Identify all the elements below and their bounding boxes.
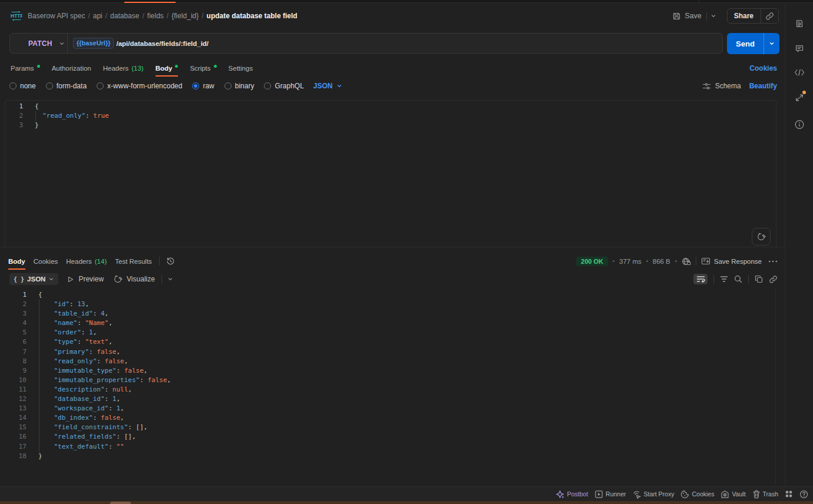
request-tab-scripts[interactable]: Scripts xyxy=(190,59,216,77)
code-line[interactable]: 12 "database_id": 1, xyxy=(0,394,775,404)
url-input[interactable]: {{baseUrl}} /api/database/fields/:field_… xyxy=(68,38,209,49)
statusbar-postbot[interactable]: Postbot xyxy=(556,490,588,499)
response-tab-cookies[interactable]: Cookies xyxy=(34,253,58,270)
beautify-link[interactable]: Beautify xyxy=(749,82,777,90)
code-line[interactable]: 1{ xyxy=(5,102,776,111)
code-line[interactable]: 8 "read_only": false, xyxy=(0,357,775,366)
request-tab-headers[interactable]: Headers(13) xyxy=(103,59,144,77)
format-options-button[interactable] xyxy=(167,276,173,282)
response-history-button[interactable] xyxy=(166,257,175,266)
body-type-none[interactable]: none xyxy=(9,82,36,90)
code-line[interactable]: 17 "text_default": "" xyxy=(0,442,775,452)
request-response-divider[interactable] xyxy=(0,247,785,247)
environment-variable-chip[interactable]: {{baseUrl}} xyxy=(73,38,114,49)
statusbar-runner[interactable]: Runner xyxy=(594,490,626,499)
code-line[interactable]: 13 "workspace_id": 1, xyxy=(0,404,775,413)
status-badge[interactable]: 200 OK xyxy=(576,257,608,266)
code-line[interactable]: 2 "read_only": true xyxy=(5,111,776,121)
comments-sidebar-button[interactable] xyxy=(795,44,804,53)
code-sidebar-button[interactable] xyxy=(794,69,805,76)
response-scrollbar-track[interactable] xyxy=(775,289,776,485)
cookies-link[interactable]: Cookies xyxy=(749,59,777,77)
code-line[interactable]: 2 "id": 13, xyxy=(0,300,775,309)
response-time[interactable]: 377 ms xyxy=(619,258,642,265)
send-button[interactable]: Send xyxy=(727,33,764,54)
copy-link-button[interactable] xyxy=(761,12,778,21)
code-line[interactable]: 3} xyxy=(5,121,776,130)
request-tab-params[interactable]: Params xyxy=(11,59,40,77)
code-line[interactable]: 5 "order": 1, xyxy=(0,328,775,337)
statusbar-cookies[interactable]: Cookies xyxy=(680,490,714,499)
code-line[interactable]: 7 "primary": false, xyxy=(0,347,775,357)
statusbar-vault[interactable]: Vault xyxy=(721,490,745,499)
code-line[interactable]: 14 "db_index": false, xyxy=(0,413,775,423)
code-text: "database_id": 1, xyxy=(38,394,120,404)
line-number: 1 xyxy=(5,102,23,111)
request-tab-settings[interactable]: Settings xyxy=(229,59,253,77)
response-tab-body[interactable]: Body xyxy=(8,253,25,270)
body-language-select[interactable]: JSON xyxy=(313,82,342,90)
preview-button[interactable]: Preview xyxy=(67,275,104,283)
breadcrumb-folder[interactable]: {field_id} xyxy=(171,12,199,20)
code-line[interactable]: 4 "name": "Name", xyxy=(0,319,775,328)
info-sidebar-button[interactable] xyxy=(794,120,804,130)
pull-requests-sidebar-button[interactable] xyxy=(795,93,804,102)
code-line[interactable]: 1{ xyxy=(0,290,775,300)
network-info-button[interactable] xyxy=(682,257,691,266)
sliders-icon xyxy=(702,82,711,90)
code-line[interactable]: 9 "immutable_type": false, xyxy=(0,366,775,376)
code-line[interactable]: 10 "immutable_properties": false, xyxy=(0,376,775,385)
code-text: { xyxy=(35,102,39,111)
breadcrumb-folder[interactable]: api xyxy=(93,12,103,20)
code-line[interactable]: 18} xyxy=(0,452,775,461)
code-line[interactable]: 16 "related_fields": [], xyxy=(0,432,775,442)
toolbar-divider xyxy=(161,275,162,283)
save-response-button[interactable]: Save Response xyxy=(701,257,762,265)
response-size[interactable]: 866 B xyxy=(653,258,670,265)
code-line[interactable]: 3 "table_id": 4, xyxy=(0,309,775,319)
code-line[interactable]: 11 "description": null, xyxy=(0,385,775,394)
body-type-raw[interactable]: raw xyxy=(192,82,214,90)
tab-modified-dot xyxy=(175,65,178,68)
share-button[interactable]: Share xyxy=(728,12,761,20)
link-button[interactable] xyxy=(769,275,778,284)
body-type-graphql[interactable]: GraphQL xyxy=(264,82,303,90)
request-tab-body[interactable]: Body xyxy=(156,59,179,77)
response-body-viewer[interactable]: 1{2 "id": 13,3 "table_id": 4,4 "name": "… xyxy=(0,288,775,487)
link-icon xyxy=(765,12,774,21)
body-type-form-data[interactable]: form-data xyxy=(46,82,87,90)
active-tab-indicator xyxy=(124,2,176,3)
breadcrumb-folder[interactable]: fields xyxy=(147,12,164,20)
response-more-actions-button[interactable] xyxy=(766,260,778,263)
breadcrumb-collection[interactable]: Baserow API spec xyxy=(28,12,85,20)
copy-button[interactable] xyxy=(755,275,763,283)
documentation-sidebar-button[interactable] xyxy=(795,19,804,28)
response-tab-headers[interactable]: Headers(14) xyxy=(66,253,107,270)
body-type-x-www-form-urlencoded[interactable]: x-www-form-urlencoded xyxy=(97,82,182,90)
request-body-editor[interactable]: 1{2 "read_only": true3} xyxy=(5,100,776,247)
response-format-select[interactable]: { } JSON xyxy=(9,273,58,285)
visualize-button[interactable]: Visualize xyxy=(113,274,155,284)
schema-button[interactable]: Schema xyxy=(702,82,741,90)
radio-icon xyxy=(264,82,271,89)
statusbar-help-button[interactable] xyxy=(799,490,808,499)
statusbar-trash[interactable]: Trash xyxy=(752,490,778,499)
toolbar-divider xyxy=(748,275,749,284)
line-number: 4 xyxy=(0,319,27,328)
save-button[interactable]: Save xyxy=(672,12,706,21)
send-options-button[interactable] xyxy=(764,33,779,54)
response-tab-test-results[interactable]: Test Results xyxy=(115,253,152,270)
search-button[interactable] xyxy=(734,275,742,283)
body-type-binary[interactable]: binary xyxy=(224,82,255,90)
wrap-text-button[interactable] xyxy=(693,274,708,284)
request-tab-authorization[interactable]: Authorization xyxy=(52,59,91,77)
statusbar-start-proxy[interactable]: Start Proxy xyxy=(633,490,675,499)
postbot-fix-button[interactable] xyxy=(752,228,771,246)
breadcrumb-folder[interactable]: database xyxy=(110,12,139,20)
method-select[interactable]: PATCH xyxy=(10,39,67,48)
save-options-button[interactable] xyxy=(707,13,720,19)
code-line[interactable]: 15 "field_constraints": [], xyxy=(0,423,775,432)
statusbar-grid-button[interactable] xyxy=(785,490,793,498)
filter-button[interactable] xyxy=(720,276,728,283)
code-line[interactable]: 6 "type": "text", xyxy=(0,337,775,347)
